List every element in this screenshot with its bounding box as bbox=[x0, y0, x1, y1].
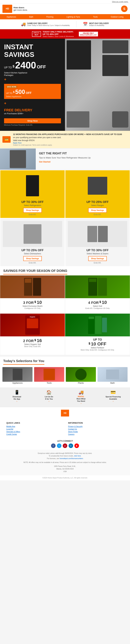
range-select: Select Ranges bbox=[68, 204, 127, 206]
social-icons-row: f t p in ▶ bbox=[2, 444, 128, 448]
washer-select: Select Washers & Dryers bbox=[68, 252, 127, 255]
divider bbox=[76, 21, 76, 28]
nav-item-lighting[interactable]: Lighting & Fans bbox=[65, 16, 81, 18]
selection-bath[interactable]: Bath bbox=[98, 367, 128, 384]
appliances-image bbox=[2, 367, 32, 382]
pinterest-icon[interactable]: p bbox=[63, 444, 67, 448]
footer-link-contact[interactable]: Contact Us bbox=[68, 428, 124, 430]
seasonal-cell-mulch: 3 FOR $ 10 Select Exclusive Mulch Contig… bbox=[0, 275, 65, 314]
footer-link-local-ad[interactable]: Local Ad bbox=[6, 428, 62, 430]
service-rental-text: RENTAL Rent WhatYou Need › bbox=[67, 396, 95, 405]
washer-shop-btn[interactable]: Shop Savings bbox=[88, 256, 106, 261]
washer-image bbox=[68, 221, 127, 247]
service-rental[interactable]: 🚚 RENTAL Rent WhatYou Need › bbox=[67, 390, 95, 405]
hero-title-line1: INSTANT bbox=[4, 44, 61, 50]
footer-hd-logo: HD bbox=[61, 410, 69, 416]
hero-title-line2: SAVINGS bbox=[4, 51, 61, 58]
hero-right-image bbox=[65, 39, 130, 131]
footer-link-mobile-app[interactable]: Mobile App bbox=[6, 426, 62, 428]
logo-area: HD How doers get more done. bbox=[2, 5, 28, 13]
license-link[interactable]: homedepot.com/licensenumbers bbox=[60, 458, 83, 460]
dishwasher-shop-btn[interactable]: Shop Savings bbox=[23, 256, 42, 261]
fertilizer-image bbox=[65, 314, 130, 336]
product-cell-washers: UP TO 30% OFF Select Washers & Dryers Sh… bbox=[65, 218, 130, 266]
nav-item-appliances[interactable]: Appliances bbox=[5, 16, 18, 18]
top-bar: View as a web page. bbox=[0, 0, 130, 4]
social-title: LET'S CONNECT bbox=[2, 440, 128, 442]
fine-print-address: 2455 Paces Ferry Road, N.W., Atlanta, GA… bbox=[3, 465, 127, 473]
mulch-image bbox=[0, 276, 65, 298]
refrigerator-image bbox=[3, 173, 62, 199]
dishwasher-select: Select Dishwashers bbox=[3, 252, 62, 255]
special-buy-badge: SPECIAL BUY bbox=[32, 31, 41, 37]
nav-item-flooring[interactable]: Flooring bbox=[45, 16, 54, 18]
selections-grid: Appliances Tools Plants Bath bbox=[0, 366, 130, 388]
linkedin-icon[interactable]: in bbox=[68, 444, 73, 448]
tools-label: Tools bbox=[34, 382, 64, 384]
plus-sign2: + bbox=[4, 101, 61, 106]
seasonal-grid: 3 FOR $ 10 Select Exclusive Mulch Contig… bbox=[0, 275, 130, 355]
washer-discount: UP TO 30% OFF bbox=[68, 249, 127, 252]
online-only-badge: ONLINE ONLY WHILE SUPPLIES LAST bbox=[79, 32, 98, 36]
phone-icon: 📱 bbox=[3, 390, 31, 395]
shop-now-button[interactable]: Shop Now bbox=[4, 118, 61, 123]
fine-print-prices: Except as noted, prices valid through 06… bbox=[3, 452, 127, 455]
refrigerator-ends: Ends 6/5. bbox=[3, 214, 62, 216]
financing-apply-link[interactable]: Apply Now bbox=[13, 142, 122, 144]
seasonal-cell-soil: 4 FOR $ 10 Select Soil Ends 6/5. Contigu… bbox=[65, 275, 130, 314]
nav-item-bath[interactable]: Bath bbox=[28, 16, 34, 18]
get-started-link[interactable]: Get Started bbox=[39, 160, 50, 163]
selection-tools[interactable]: Tools bbox=[34, 367, 64, 384]
special-buy-banner: SPECIAL BUY TODAY ONLY FREE DELIVERY. UP… bbox=[0, 29, 130, 39]
unsubscribe-link[interactable]: click here bbox=[74, 455, 81, 457]
youtube-icon[interactable]: ▶ bbox=[74, 444, 79, 448]
service-app[interactable]: 📱 Download the App › bbox=[3, 390, 31, 405]
service-financing[interactable]: 💳 Special Financing Available › bbox=[99, 390, 127, 405]
calendar-icon: 📅 bbox=[83, 22, 88, 26]
nav-item-tools[interactable]: Tools bbox=[92, 16, 99, 18]
fine-print-unsubscribe: To unsubscribe from future emails, click… bbox=[3, 455, 127, 457]
range-ends: Ends 6/5. bbox=[68, 214, 127, 216]
washer-ends: Ends 6/5. bbox=[68, 262, 127, 264]
truck-icon: 🚚 bbox=[21, 22, 26, 26]
home-depot-logo: HD bbox=[2, 5, 12, 13]
footer-link-store-finder[interactable]: Store Finder bbox=[68, 431, 124, 432]
footer-link-specials[interactable]: Specials & Offers bbox=[6, 431, 62, 432]
footer-link-careers[interactable]: Careers bbox=[68, 433, 124, 435]
hero-left: INSTANT SAVINGS UP TO $ 2400 OFF Select … bbox=[0, 39, 65, 131]
web-view-link[interactable]: View as a web page. bbox=[112, 1, 128, 2]
copyright: ©2024 Home Depot Product Authority, LLC.… bbox=[0, 475, 130, 480]
bath-image bbox=[98, 367, 128, 382]
refrigerator-shop-btn[interactable]: Shop Savings bbox=[23, 208, 42, 213]
delivery-banner: 🚚 SAME-DAY DELIVERY Order Today In-Stock… bbox=[0, 19, 130, 29]
quick-links-title: QUICK LINKS bbox=[6, 422, 62, 424]
selections-header: Today's Selections for You bbox=[0, 357, 130, 366]
right-fit-content: GET THE RIGHT FIT Tips to Make Sure Your… bbox=[36, 148, 130, 170]
fine-print: Except as noted, prices valid through 06… bbox=[0, 450, 130, 475]
range-image bbox=[68, 173, 127, 199]
service-diy[interactable]: 🏠 Let Us Do It for You › bbox=[35, 390, 63, 405]
services-section: 📱 Download the App › 🏠 Let Us Do It for … bbox=[0, 388, 130, 407]
right-fit-sub: Tips to Make Sure Your New Refrigerator … bbox=[39, 156, 127, 159]
facebook-icon[interactable]: f bbox=[51, 444, 56, 448]
range-shop-btn[interactable]: Shop Savings bbox=[88, 208, 106, 213]
financing-banner: 💳 12 MONTHS FINANCING ON APPLIANCE PURCH… bbox=[0, 131, 130, 148]
nav-item-outdoor[interactable]: Outdoor Living bbox=[110, 16, 125, 18]
financing-main-text: 12 MONTHS FINANCING ON APPLIANCE PURCHAS… bbox=[13, 133, 122, 136]
social-section: LET'S CONNECT f t p in ▶ bbox=[0, 438, 130, 450]
twitter-icon[interactable]: t bbox=[57, 444, 62, 448]
product-cell-dishwashers: UP TO 25% OFF Select Dishwashers Shop Sa… bbox=[0, 218, 65, 266]
right-fit-title: GET THE RIGHT FIT bbox=[39, 152, 127, 155]
footer-link-privacy[interactable]: Privacy & Security bbox=[68, 426, 124, 428]
appliances-label: Appliances bbox=[2, 382, 32, 384]
tagline: How doers get more done. bbox=[14, 6, 28, 11]
main-savings-desc: Select Kitchen Appliance Packages bbox=[4, 72, 61, 76]
selection-appliances[interactable]: Appliances bbox=[2, 367, 32, 384]
seasonal-cell-organic: Organic 2 FOR $ 16 Select Organic Soil S… bbox=[0, 314, 65, 355]
selection-plants[interactable]: Plants bbox=[66, 367, 96, 384]
product-cell-refrigerators: UP TO 30% OFF Select Refrigerators Shop … bbox=[0, 170, 65, 218]
truck-rental-icon: 🚚 bbox=[67, 390, 95, 395]
plants-label: Plants bbox=[66, 382, 96, 384]
footer-link-credit[interactable]: Credit Center bbox=[6, 433, 62, 435]
seasonal-cell-fertilizer: UP TO $ 10 OFF Select Fertilizer Store O… bbox=[65, 314, 130, 355]
